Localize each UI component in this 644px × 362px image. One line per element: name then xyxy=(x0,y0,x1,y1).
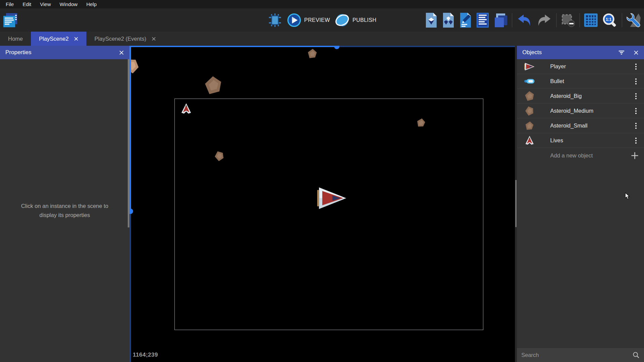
publish-button[interactable]: PUBLISH xyxy=(335,13,376,28)
add-new-object-label: Add a new object xyxy=(550,152,631,159)
properties-panel-title: Properties xyxy=(5,49,31,56)
open-instances-list-button[interactable] xyxy=(476,13,489,28)
menu-help[interactable]: Help xyxy=(83,1,100,8)
object-row-bullet[interactable]: Bullet xyxy=(517,74,644,89)
toolbar-separator xyxy=(512,13,512,27)
object-menu-kebab-icon[interactable] xyxy=(634,92,638,101)
object-row-lives[interactable]: Lives xyxy=(517,133,644,148)
panel-scrollbar-thumb[interactable] xyxy=(515,180,517,227)
lives-ship-icon xyxy=(524,136,535,145)
object-menu-kebab-icon[interactable] xyxy=(634,121,638,130)
menu-view[interactable]: View xyxy=(36,1,54,8)
undo-icon xyxy=(517,14,532,27)
object-label: Bullet xyxy=(550,78,564,84)
tab-home[interactable]: Home xyxy=(0,32,31,46)
plus-icon xyxy=(631,152,639,159)
game-window-bounds xyxy=(174,99,483,330)
properties-panel: Properties Click on an instance in the s… xyxy=(0,46,129,362)
objects-panel-empty-area xyxy=(517,163,644,348)
menu-file[interactable]: File xyxy=(2,1,17,8)
publish-label: PUBLISH xyxy=(353,17,376,23)
menu-edit[interactable]: Edit xyxy=(19,1,35,8)
object-row-asteroid-small[interactable]: Asteroid_Small xyxy=(517,118,644,133)
open-layers-editor-button[interactable] xyxy=(493,13,508,28)
tab-label: PlayScene2 xyxy=(39,36,69,42)
player-instance[interactable] xyxy=(317,187,346,209)
toggle-grid-button[interactable] xyxy=(584,13,598,27)
zoom-1-1-icon: 1:1 xyxy=(602,12,617,28)
instances-list-icon xyxy=(476,13,489,28)
asteroid-icon xyxy=(524,91,535,101)
objects-panel: Objects Player xyxy=(517,46,644,362)
asteroid-instance[interactable] xyxy=(307,48,318,59)
scrollbar-handle[interactable] xyxy=(334,46,339,49)
grid-icon xyxy=(584,13,598,27)
menu-window[interactable]: Window xyxy=(56,1,81,8)
asteroid-icon xyxy=(524,106,535,116)
asteroid-instance[interactable] xyxy=(214,151,225,161)
close-properties-button[interactable] xyxy=(119,50,124,55)
object-label: Player xyxy=(550,63,566,70)
debugger-button[interactable] xyxy=(268,13,282,27)
svg-text:1:1: 1:1 xyxy=(606,17,612,22)
project-manager-button[interactable] xyxy=(3,13,18,28)
publish-globe-icon xyxy=(335,13,350,28)
asteroid-icon xyxy=(524,121,535,131)
tab-label: Home xyxy=(8,36,23,42)
object-menu-kebab-icon[interactable] xyxy=(634,62,638,71)
wrench-icon xyxy=(627,13,641,28)
filter-objects-button[interactable] xyxy=(618,50,625,55)
lives-instance[interactable] xyxy=(180,103,192,114)
object-groups-icon xyxy=(442,13,455,28)
zoom-reset-button[interactable]: 1:1 xyxy=(602,12,617,28)
object-label: Asteroid_Medium xyxy=(550,108,593,114)
delete-selection-button[interactable] xyxy=(561,13,575,27)
preview-label: PREVIEW xyxy=(304,17,330,23)
scene-settings-button[interactable] xyxy=(627,13,641,28)
scene-editor-canvas[interactable]: 1164;239 xyxy=(129,46,515,362)
player-ship-icon xyxy=(524,63,535,71)
undo-button[interactable] xyxy=(517,14,532,27)
object-label: Lives xyxy=(550,137,563,144)
delete-selection-icon xyxy=(561,13,575,27)
canvas-vertical-scrollbar[interactable] xyxy=(129,46,131,362)
asteroid-instance[interactable] xyxy=(204,76,223,95)
object-row-asteroid-big[interactable]: Asteroid_Big xyxy=(517,89,644,104)
add-new-object-button[interactable]: Add a new object xyxy=(517,148,644,163)
tab-playscene2-events[interactable]: PlayScene2 (Events) xyxy=(86,32,164,46)
object-row-player[interactable]: Player xyxy=(517,59,644,74)
layers-icon xyxy=(493,13,508,28)
object-menu-kebab-icon[interactable] xyxy=(634,107,638,115)
preview-button[interactable]: PREVIEW xyxy=(287,13,330,27)
object-menu-kebab-icon[interactable] xyxy=(634,77,638,86)
close-objects-button[interactable] xyxy=(634,50,639,55)
properties-panel-header: Properties xyxy=(0,46,129,59)
search-icon[interactable] xyxy=(633,352,640,359)
objects-editor-icon xyxy=(425,13,438,28)
asteroid-instance[interactable] xyxy=(416,118,426,128)
tab-playscene2[interactable]: PlayScene2 xyxy=(31,32,86,46)
properties-pencil-icon xyxy=(459,13,472,28)
object-menu-kebab-icon[interactable] xyxy=(634,136,638,145)
canvas-horizontal-scrollbar[interactable] xyxy=(129,46,515,47)
open-properties-button[interactable] xyxy=(459,13,472,28)
close-tab-icon[interactable] xyxy=(74,37,78,41)
scrollbar-fill xyxy=(129,46,131,211)
open-object-groups-button[interactable] xyxy=(442,13,455,28)
close-icon xyxy=(634,50,639,55)
objects-search-input[interactable] xyxy=(521,352,633,358)
redo-icon xyxy=(536,14,552,27)
menu-bar: File Edit View Window Help xyxy=(0,0,644,8)
scrollbar-handle[interactable] xyxy=(129,209,133,214)
redo-button[interactable] xyxy=(536,14,552,27)
open-objects-editor-button[interactable] xyxy=(425,13,438,28)
properties-empty-hint: Click on an instance in the scene to dis… xyxy=(14,202,115,220)
close-icon xyxy=(119,50,124,55)
scrollbar-fill xyxy=(129,46,337,47)
object-row-asteroid-medium[interactable]: Asteroid_Medium xyxy=(517,104,644,118)
gdevelop-window: File Edit View Window Help xyxy=(0,0,644,362)
objects-panel-header: Objects xyxy=(517,46,644,59)
objects-search-bar xyxy=(517,348,644,362)
object-label: Asteroid_Small xyxy=(550,122,588,129)
close-tab-icon[interactable] xyxy=(152,37,156,41)
